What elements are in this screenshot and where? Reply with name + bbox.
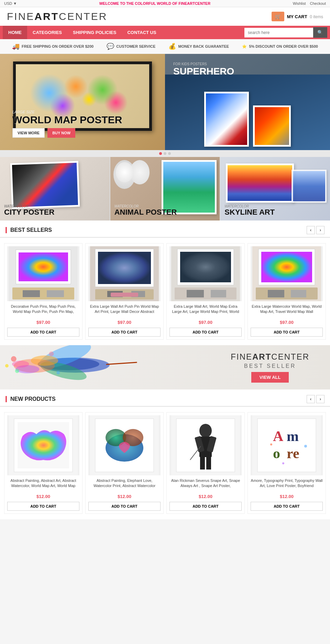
benefit-discount-text: 5% DISCOUNT ON ORDER OVER $500: [249, 44, 318, 48]
hero-buttons: VIEW MORE BUY NOW: [12, 128, 122, 138]
new-products-prev[interactable]: ‹: [307, 395, 315, 403]
benefit-money: 💰 MONEY BACK GUARANTEE: [168, 43, 229, 50]
product-1-name: Decorative Push Pins, Map Push Pins, Wor…: [7, 304, 79, 318]
new-product-3: Alan Rickman Severus Snape Art, Snape Al…: [166, 412, 245, 514]
currency-selector[interactable]: USD ▼: [4, 1, 17, 5]
wishlist-link[interactable]: Wishlist: [293, 1, 306, 5]
svg-rect-12: [111, 293, 138, 297]
best-sellers-next[interactable]: ›: [316, 226, 324, 234]
product-4-name: Extra Large Watercolor World Map, World …: [251, 304, 323, 318]
logo[interactable]: FINEARTCENTER: [7, 11, 107, 22]
search-button[interactable]: 🔍: [313, 27, 327, 38]
view-all-button[interactable]: VIEW ALL: [251, 372, 289, 383]
hero-left: LARGE SIZE WORLD MAP POSTER VIEW MORE BU…: [0, 54, 165, 150]
search-area: 🔍: [244, 27, 327, 38]
star-icon: ⭐: [242, 44, 247, 49]
new-product-2-image: [88, 415, 161, 475]
product-1-add-to-cart[interactable]: ADD TO CART: [7, 328, 79, 337]
hero-right: FOR KIDS POSTERS SUPERHERO: [165, 54, 330, 150]
best-sellers-prev[interactable]: ‹: [307, 226, 315, 234]
city-title: CITY POSTER: [4, 208, 54, 216]
new-products-arrows: ‹ ›: [307, 395, 324, 403]
skyline-title: SKYLINE ART: [224, 208, 275, 216]
logo-part1: FINE: [7, 11, 34, 22]
city-label: WATERCOLOR CITY POSTER: [4, 204, 54, 216]
new-product-1: Abstract Painting, Abstract Art, Abstrac…: [4, 412, 82, 514]
category-skyline[interactable]: WATERCOLOR SKYLINE ART: [220, 157, 330, 221]
svg-rect-21: [261, 252, 312, 282]
benefit-service: 💬 CUSTOMER SERVICE: [107, 43, 155, 50]
logo-bar: FINEARTCENTER 🛒 MY CART 0 items: [0, 7, 330, 26]
product-3-add-to-cart[interactable]: ADD TO CART: [169, 328, 242, 337]
benefit-discount: ⭐ 5% DISCOUNT ON ORDER OVER $500: [242, 44, 318, 49]
svg-point-35: [11, 356, 16, 362]
svg-rect-5: [47, 290, 64, 297]
svg-point-33: [12, 361, 29, 368]
skyline-frame-2: [292, 170, 327, 203]
new-product-1-image: [7, 415, 79, 475]
new-products-header: NEW PRODUCTS ‹ ›: [0, 389, 330, 407]
dot-1[interactable]: [159, 152, 162, 155]
new-product-4-add-to-cart[interactable]: ADD TO CART: [251, 502, 323, 511]
benefits-bar: 🚚 FREE SHIPPING ON ORDER OVER $200 💬 CUS…: [0, 39, 330, 54]
benefit-shipping-text: FREE SHIPPING ON ORDER OVER $200: [22, 44, 94, 48]
best-sellers-title: BEST SELLERS: [6, 227, 52, 233]
svg-text:re: re: [287, 445, 299, 461]
category-grid: WATERCOLOR CITY POSTER WATERCOLOR ANIMAL…: [0, 157, 330, 221]
svg-rect-4: [23, 290, 40, 297]
svg-rect-2: [19, 252, 68, 281]
new-products-next[interactable]: ›: [316, 395, 324, 403]
new-product-4: A m o re Amore, Typography Print, Typogr…: [248, 412, 326, 514]
cart-icon: 🛒: [272, 12, 284, 21]
new-product-3-add-to-cart[interactable]: ADD TO CART: [169, 502, 242, 511]
svg-rect-55: [200, 456, 205, 470]
nav-contact[interactable]: CONTACT US: [122, 26, 162, 39]
category-city[interactable]: WATERCOLOR CITY POSTER: [0, 157, 110, 221]
product-3-price: $97.00: [169, 320, 242, 325]
search-input[interactable]: [244, 28, 313, 37]
new-product-2-add-to-cart[interactable]: ADD TO CART: [88, 502, 161, 511]
svg-rect-8: [98, 252, 151, 284]
best-sellers-section: BEST SELLERS ‹ ›: [0, 221, 330, 345]
view-more-button[interactable]: VIEW MORE: [12, 128, 45, 138]
dot-3[interactable]: [168, 152, 171, 155]
city-frame: [10, 161, 80, 209]
new-products-section: NEW PRODUCTS ‹ ›: [0, 389, 330, 519]
svg-rect-3: [12, 287, 74, 300]
product-1-price: $97.00: [7, 320, 79, 325]
nav-home[interactable]: HOME: [3, 26, 27, 39]
new-product-1-price: $12.00: [7, 494, 79, 499]
nav-categories[interactable]: CATEGORIES: [27, 26, 67, 39]
money-icon: 💰: [168, 43, 176, 50]
main-nav: HOME CATEGORIES SHIPPING POLICIES CONTAC…: [0, 26, 330, 39]
animal-label: WATERCOLOR ANIMAL POSTER: [114, 204, 177, 216]
new-product-1-name: Abstract Painting, Abstract Art, Abstrac…: [7, 478, 79, 492]
buy-now-button[interactable]: BUY NOW: [47, 128, 75, 138]
new-product-1-add-to-cart[interactable]: ADD TO CART: [7, 502, 79, 511]
dot-2[interactable]: [164, 152, 166, 155]
svg-point-36: [15, 369, 19, 373]
new-product-2: Abstract Painting, Elephant Love, Waterc…: [85, 412, 164, 514]
cart-area[interactable]: 🛒 MY CART 0 items: [272, 12, 323, 21]
product-2-add-to-cart[interactable]: ADD TO CART: [88, 328, 161, 337]
benefit-shipping: 🚚 FREE SHIPPING ON ORDER OVER $200: [12, 43, 94, 50]
nav-shipping[interactable]: SHIPPING POLICIES: [67, 26, 122, 39]
new-product-4-name: Amore, Typography Print, Typography Wall…: [251, 478, 323, 492]
new-product-3-price: $12.00: [169, 494, 242, 499]
logo-part2: ART: [34, 11, 59, 22]
hero-tag: LARGE SIZE: [12, 110, 122, 114]
hero-right-title: SUPERHERO: [173, 66, 234, 77]
product-2-price: $97.00: [88, 320, 161, 325]
checkout-link[interactable]: Checkout: [310, 1, 326, 5]
skyline-frame: [226, 163, 294, 203]
top-bar: USD ▼ WELCOME TO THE COLORFUL WORLD OF F…: [0, 0, 330, 7]
svg-rect-22: [256, 287, 318, 300]
svg-point-31: [31, 355, 58, 366]
svg-rect-16: [175, 287, 236, 300]
banner-subtitle: BEST SELLER: [231, 363, 309, 369]
svg-point-37: [5, 364, 9, 368]
svg-point-39: [56, 371, 60, 374]
category-animal[interactable]: WATERCOLOR ANIMAL POSTER: [110, 157, 220, 221]
product-4-add-to-cart[interactable]: ADD TO CART: [251, 328, 323, 337]
welcome-message: WELCOME TO THE COLORFUL WORLD OF FINEART…: [17, 1, 293, 5]
